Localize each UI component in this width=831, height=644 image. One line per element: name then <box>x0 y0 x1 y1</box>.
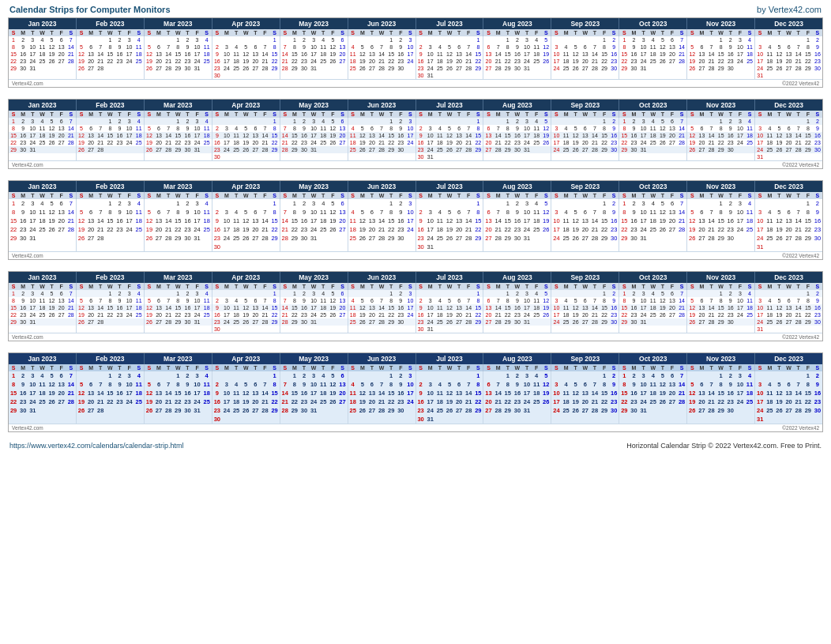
day-cell <box>367 153 377 160</box>
day-cell: 5 <box>445 380 454 389</box>
day-cell: 3 <box>735 36 745 43</box>
day-cell: 6 <box>667 118 677 125</box>
day-cell <box>803 415 813 424</box>
day-cell <box>154 199 164 208</box>
day-cell: 27 <box>86 318 96 326</box>
day-cell: 23 <box>182 311 192 318</box>
day-cell: 10 <box>426 304 435 311</box>
day-cell <box>454 72 464 79</box>
day-cell: 19 <box>774 397 784 406</box>
day-cell: 4 <box>532 199 541 208</box>
day-cell: 18 <box>202 389 212 397</box>
day-cell: 22 <box>270 397 280 406</box>
day-cell <box>697 243 706 251</box>
day-cell: 14 <box>377 389 386 397</box>
day-cell: 11 <box>649 208 658 217</box>
day-cell: 2 <box>813 199 822 208</box>
day-cell: 20 <box>667 217 677 225</box>
dow-cell: S <box>687 29 697 36</box>
day-cell: 20 <box>454 225 464 234</box>
day-cell <box>66 153 76 160</box>
dow-cell: S <box>541 192 551 199</box>
day-cell: 8 <box>803 125 813 132</box>
month-days: 1234567891011121314151617181920212223242… <box>280 290 348 333</box>
month-days: 1234567891011121314151617181920212223242… <box>9 290 77 333</box>
day-cell: 25 <box>202 58 212 65</box>
day-cell: 21 <box>677 217 686 225</box>
day-cell <box>445 371 454 380</box>
day-cell: 9 <box>416 217 426 225</box>
day-cell: 25 <box>134 225 144 234</box>
day-cell: 22 <box>503 58 513 65</box>
day-cell: 20 <box>697 311 706 318</box>
dow-cell: M <box>765 111 774 118</box>
day-cell: 15 <box>270 132 280 139</box>
day-cell: 10 <box>755 217 765 225</box>
day-cell: 25 <box>348 146 358 153</box>
day-cell: 28 <box>260 406 269 415</box>
day-cell: 18 <box>649 217 658 225</box>
day-cell: 30 <box>212 153 222 160</box>
day-cell <box>562 243 571 251</box>
day-cell: 13 <box>667 297 677 304</box>
dow-cell: T <box>658 192 667 199</box>
day-cell: 23 <box>513 311 522 318</box>
day-cell: 13 <box>57 297 66 304</box>
day-cell: 27 <box>154 406 164 415</box>
day-cell: 27 <box>86 406 96 415</box>
day-cell: 7 <box>494 43 503 51</box>
day-cell: 28 <box>794 318 803 326</box>
day-cell <box>250 36 260 43</box>
dow-cell: T <box>639 283 649 290</box>
day-cell <box>115 415 124 422</box>
day-cell: 23 <box>513 397 522 406</box>
dow-cell: F <box>532 283 541 290</box>
day-cell: 25 <box>562 234 571 243</box>
day-cell: 30 <box>813 318 822 326</box>
dow-cell: S <box>337 283 347 290</box>
day-cell: 21 <box>706 311 716 318</box>
dow-cell: T <box>503 364 513 371</box>
dow-cell: T <box>435 283 445 290</box>
day-cell: 12 <box>687 132 697 139</box>
day-cell: 25 <box>562 318 571 326</box>
day-cell: 24 <box>639 311 649 318</box>
month-header: Jan 2023 <box>9 18 77 29</box>
dow-cell: F <box>803 29 813 36</box>
dow-cell: S <box>473 283 483 290</box>
day-cell: 14 <box>66 125 76 132</box>
day-cell <box>328 326 337 333</box>
day-cell: 20 <box>57 304 66 311</box>
month-days: 1234567891011121314151617181920212223242… <box>77 290 145 333</box>
day-cell: 20 <box>154 139 164 146</box>
day-cell: 26 <box>774 146 784 153</box>
day-cell <box>66 318 76 326</box>
day-cell <box>202 234 212 243</box>
day-cell: 16 <box>18 389 28 397</box>
day-cell: 8 <box>173 380 182 389</box>
day-cell <box>396 415 405 422</box>
day-cell: 19 <box>571 139 581 146</box>
day-cell <box>697 199 706 208</box>
day-cell <box>649 65 658 72</box>
dow-cell: S <box>416 111 426 118</box>
day-cell: 16 <box>726 304 735 311</box>
day-cell: 4 <box>231 208 241 217</box>
day-cell: 17 <box>735 132 745 139</box>
day-cell: 10 <box>639 125 649 132</box>
day-cell: 10 <box>735 297 745 304</box>
day-cell: 21 <box>66 389 76 397</box>
day-cell: 10 <box>28 297 37 304</box>
watermark: Vertex42.com <box>9 252 47 259</box>
day-cell: 21 <box>260 397 269 406</box>
day-cell: 5 <box>358 43 367 51</box>
day-cell: 8 <box>290 208 299 217</box>
day-cell: 19 <box>774 311 784 318</box>
day-cell: 15 <box>716 51 726 58</box>
day-cell <box>735 234 745 243</box>
day-cell: 20 <box>337 304 347 311</box>
day-cell <box>619 153 629 160</box>
day-cell: 21 <box>794 139 803 146</box>
day-cell <box>464 290 473 297</box>
day-cell: 6 <box>250 43 260 51</box>
